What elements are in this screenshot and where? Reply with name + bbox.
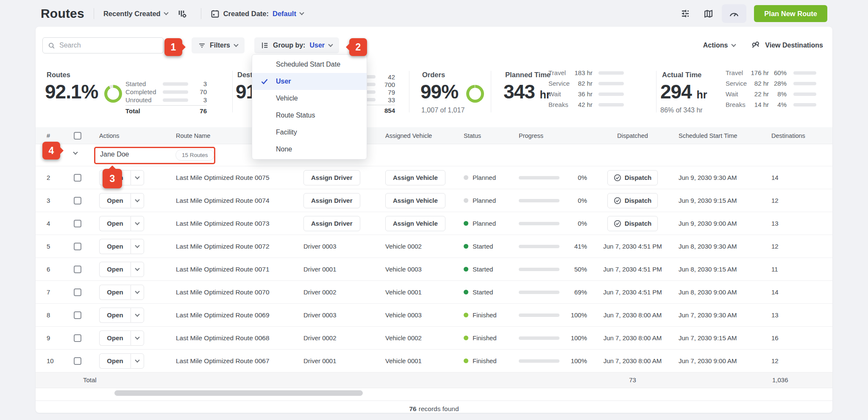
assigned-vehicle-cell: Vehicle 0001 <box>377 281 456 303</box>
assigned-vehicle-cell: Assign Vehicle <box>377 166 456 189</box>
route-name[interactable]: Last Mile Optimized Route 0074 <box>174 189 297 212</box>
status-label: Finished <box>473 357 497 364</box>
row-select-cell <box>68 166 93 189</box>
open-more-button[interactable] <box>131 193 144 208</box>
collapse-group-icon[interactable] <box>73 150 78 154</box>
planned-time-label: Planned Time <box>505 71 551 79</box>
search-input[interactable] <box>59 42 158 49</box>
open-more-button[interactable] <box>131 216 144 231</box>
menu-item[interactable]: Facility <box>252 124 367 141</box>
select-all-checkbox[interactable] <box>74 132 81 140</box>
route-name[interactable]: Last Mile Optimized Route 0068 <box>174 327 297 349</box>
stat-row-label: Completed <box>125 88 163 95</box>
open-button[interactable]: Open <box>99 285 131 300</box>
group-row[interactable]: Jane Doe 15 Routes <box>36 144 832 166</box>
total-value: 854 <box>384 107 395 114</box>
route-name[interactable]: Last Mile Optimized Route 0069 <box>174 304 297 326</box>
progress-percent: 0% <box>578 220 587 227</box>
row-checkbox[interactable] <box>74 243 81 250</box>
dispatch-button[interactable]: Dispatch <box>607 193 658 208</box>
open-more-button[interactable] <box>131 262 144 277</box>
dashboard-gauge-button[interactable] <box>722 4 746 23</box>
open-more-button[interactable] <box>131 170 144 185</box>
row-select-cell <box>68 212 93 235</box>
progress-cell: 100% <box>513 350 591 372</box>
route-name[interactable]: Last Mile Optimized Route 0075 <box>174 166 297 189</box>
dispatch-button[interactable]: Dispatch <box>607 216 658 231</box>
assign-vehicle-button[interactable]: Assign Vehicle <box>385 170 445 185</box>
open-more-button[interactable] <box>131 285 144 300</box>
progress-cell: 0% <box>513 189 591 212</box>
open-more-button[interactable] <box>131 353 144 369</box>
progress-bar <box>519 314 559 317</box>
menu-item[interactable]: Route Status <box>252 107 367 124</box>
route-name[interactable]: Last Mile Optimized Route 0072 <box>174 235 297 258</box>
row-checkbox[interactable] <box>74 288 81 296</box>
row-checkbox[interactable] <box>74 311 81 319</box>
annotation-badge-1: 1 <box>164 38 182 56</box>
route-name[interactable]: Last Mile Optimized Route 0073 <box>174 212 297 235</box>
assign-vehicle-button[interactable]: Assign Vehicle <box>385 193 445 208</box>
route-name[interactable]: Last Mile Optimized Route 0067 <box>174 350 297 372</box>
menu-item[interactable]: User <box>252 73 367 90</box>
row-checkbox[interactable] <box>74 266 81 273</box>
columns-settings-button[interactable] <box>173 4 192 23</box>
destinations-count: 13 <box>763 212 832 235</box>
assign-driver-button[interactable]: Assign Driver <box>303 216 360 231</box>
row-checkbox[interactable] <box>74 197 81 204</box>
row-checkbox[interactable] <box>74 334 81 342</box>
row-checkbox[interactable] <box>74 174 81 182</box>
menu-item[interactable]: Vehicle <box>252 90 367 107</box>
menu-item[interactable]: Scheduled Start Date <box>252 56 367 73</box>
open-button[interactable]: Open <box>99 308 131 323</box>
sort-dropdown[interactable]: Recently Created <box>103 10 168 18</box>
actions-dropdown[interactable]: Actions <box>703 42 736 49</box>
row-checkbox[interactable] <box>74 357 81 365</box>
group-by-menu: Scheduled Start Date User Vehicle Route … <box>252 54 367 160</box>
status-label: Started <box>473 288 493 296</box>
records-text: records found <box>419 405 459 413</box>
filters-label: Filters <box>210 42 230 49</box>
search-box[interactable] <box>42 37 164 53</box>
open-button[interactable]: Open <box>99 193 131 208</box>
assign-driver-button[interactable]: Assign Driver <box>303 170 360 185</box>
open-button[interactable]: Open <box>99 330 131 346</box>
status-cell: Started <box>456 235 513 258</box>
open-button[interactable]: Open <box>99 239 131 254</box>
scheduled-start-time: Jun 7, 2030 9:15 AM <box>674 327 763 349</box>
routes-percent: 92.1% <box>45 82 98 101</box>
progress-cell: 41% <box>513 235 591 258</box>
dispatch-button[interactable]: Dispatch <box>607 170 658 185</box>
plan-new-route-button[interactable]: Plan New Route <box>754 5 827 22</box>
route-name[interactable]: Last Mile Optimized Route 0071 <box>174 258 297 280</box>
open-more-button[interactable] <box>131 239 144 254</box>
open-button[interactable]: Open <box>99 262 131 277</box>
chevron-down-icon <box>135 197 139 202</box>
dispatched-cell: Dispatch <box>591 189 674 212</box>
view-destinations-button[interactable]: View Destinations <box>751 41 823 50</box>
row-select-cell <box>68 304 93 326</box>
route-name[interactable]: Last Mile Optimized Route 0070 <box>174 281 297 303</box>
row-number: 7 <box>36 281 68 303</box>
sliders-button[interactable] <box>676 4 695 23</box>
status-dot <box>464 175 468 180</box>
menu-item[interactable]: None <box>252 141 367 158</box>
created-date-filter[interactable]: Created Date: Default <box>211 9 303 18</box>
horizontal-scrollbar[interactable] <box>114 390 363 396</box>
assign-vehicle-button[interactable]: Assign Vehicle <box>385 216 445 231</box>
assign-driver-button[interactable]: Assign Driver <box>303 193 360 208</box>
group-by-button[interactable]: Group by: User <box>254 37 339 53</box>
map-button[interactable] <box>699 4 718 23</box>
stat-row-label: Started <box>125 80 163 87</box>
open-more-button[interactable] <box>131 330 144 346</box>
chevron-down-icon <box>135 358 139 362</box>
open-button[interactable]: Open <box>99 216 131 231</box>
scheduled-start-time: Jun 8, 2030 9:30 AM <box>674 235 763 258</box>
open-more-button[interactable] <box>131 308 144 323</box>
row-checkbox[interactable] <box>74 220 81 227</box>
filters-button[interactable]: Filters <box>192 37 245 53</box>
created-date-value: Default <box>273 10 296 18</box>
open-button[interactable]: Open <box>99 353 131 369</box>
columns-gear-icon <box>177 8 187 19</box>
progress-bar <box>519 291 559 294</box>
